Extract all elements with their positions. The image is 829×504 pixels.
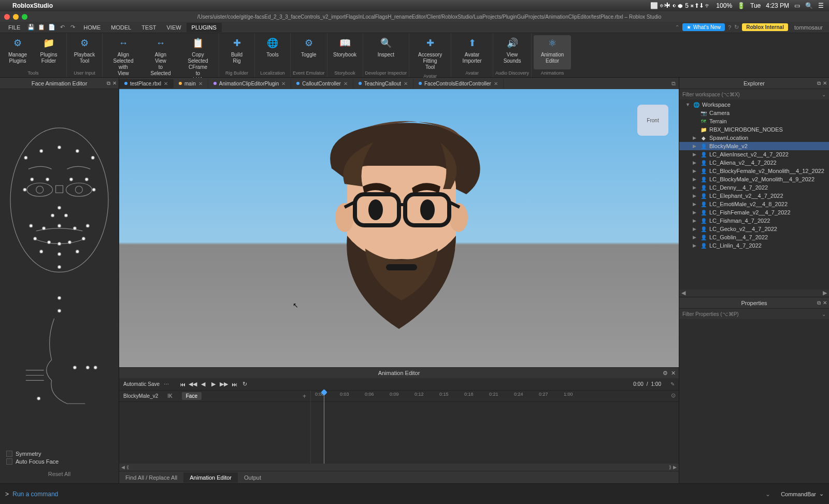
bottom-tab-find-all---replace-all[interactable]: Find All / Replace All xyxy=(119,472,183,483)
tree-item-lcblockyfemalev2monolith4122022[interactable]: ▶👤LC_BlockyFemale_v2_Monolith__4_12_2022 xyxy=(679,167,829,175)
save-icon[interactable]: 💾 xyxy=(26,23,36,32)
maximize-window-button[interactable] xyxy=(22,14,27,20)
menu-home[interactable]: HOME xyxy=(78,23,106,32)
menu-icon[interactable]: ☰ xyxy=(818,2,824,9)
tab-animationclipeditorplugin[interactable]: AnimationClipEditorPlugin✕ xyxy=(208,79,292,88)
ribbon-storybook[interactable]: 📖Storybook xyxy=(330,35,361,69)
tree-item-lcemotimalev2482022[interactable]: ▶👤LC_EmotiMale_v2__4_8_2022 xyxy=(679,200,829,208)
ribbon-animation-editor[interactable]: ⚛AnimationEditor xyxy=(534,35,571,69)
close-tab-icon[interactable]: ✕ xyxy=(164,81,168,87)
ik-tab[interactable]: IK xyxy=(163,392,176,400)
timeline-ruler[interactable]: 0:000:030:060:090:120:150:180:210:240:27… xyxy=(311,391,679,402)
explorer-undock-icon[interactable]: ⧉ xyxy=(817,80,821,87)
tree-item-lcblockymalev2monolith492022[interactable]: ▶👤LC_BlockyMale_v2_Monolith__4_9_2022 xyxy=(679,175,829,183)
close-tab-icon[interactable]: ✕ xyxy=(281,81,285,87)
ribbon-inspect[interactable]: 🔍Inspect xyxy=(370,35,402,69)
command-input[interactable]: Run a command xyxy=(12,491,58,498)
undock-icon[interactable]: ⧉ xyxy=(107,80,110,87)
time-total[interactable]: 1:00 xyxy=(651,381,661,387)
close-window-button[interactable] xyxy=(4,14,10,20)
tree-item-lcfishman472022[interactable]: ▶👤LC_Fishman_4_7_2022 xyxy=(679,217,829,225)
tab-teachingcallout[interactable]: TeachingCallout✕ xyxy=(353,79,413,88)
tree-item-lcalieninsectv2472022[interactable]: ▶👤LC_AlienInsect_v2__4_7_2022 xyxy=(679,150,829,159)
ribbon-avatar-importer[interactable]: ⬆AvatarImporter xyxy=(453,35,491,69)
tree-item-lcgeckov2472022[interactable]: ▶👤LC_Gecko_v2__4_7_2022 xyxy=(679,225,829,233)
close-tab-icon[interactable]: ✕ xyxy=(344,81,348,87)
playhead[interactable] xyxy=(324,391,324,464)
menu-view[interactable]: VIEW xyxy=(161,23,186,32)
spotlight-icon[interactable]: 🔍 xyxy=(805,2,813,9)
time-current[interactable]: 0:00 xyxy=(633,381,643,387)
auto-focus-checkbox[interactable]: Auto Focus Face xyxy=(6,458,112,465)
bottom-tab-animation-editor[interactable]: Animation Editor xyxy=(183,472,238,483)
timeline-scrollbar[interactable]: ◀ ⟪⟫ ▶ xyxy=(119,464,679,471)
tree-item-blockymalev2[interactable]: ▶👤BlockyMale_v2 xyxy=(679,142,829,150)
undo-icon[interactable]: ↶ xyxy=(58,23,67,32)
tree-item-lcdenny472022[interactable]: ▶👤LC_Denny__4_7_2022 xyxy=(679,183,829,192)
goto-start-button[interactable]: ⏮ xyxy=(178,380,187,388)
add-track-button[interactable]: + xyxy=(303,393,306,400)
timeline[interactable]: 0:000:030:060:090:120:150:180:210:240:27… xyxy=(311,391,679,464)
close-tab-icon[interactable]: ✕ xyxy=(494,81,498,87)
ribbon-playback-tool[interactable]: ⚙PlaybackTool xyxy=(69,35,100,69)
symmetry-checkbox[interactable]: Symmetry xyxy=(6,451,112,457)
menu-test[interactable]: TEST xyxy=(136,23,161,32)
goto-end-button[interactable]: ⏭ xyxy=(230,380,238,388)
redo-icon[interactable]: ↷ xyxy=(68,23,77,32)
app-name[interactable]: RobloxStudio xyxy=(12,2,53,9)
tree-item-lcfishfemalev2472022[interactable]: ▶👤LC_FishFemale_v2__4_7_2022 xyxy=(679,208,829,217)
explorer-scrollbar[interactable]: ◀▶ xyxy=(679,290,829,297)
face-diagram[interactable] xyxy=(0,89,119,445)
tree-item-workspace[interactable]: ▼🌐Workspace xyxy=(679,100,829,109)
view-cube[interactable]: Front xyxy=(637,105,668,136)
traffic-lights[interactable] xyxy=(4,14,27,20)
tree-item-rbxmicrobonenodes[interactable]: 📁RBX_MICROBONE_NODES xyxy=(679,125,829,134)
properties-filter[interactable]: Filter Properties (⌥⌘P) ⌄ xyxy=(679,309,829,319)
ribbon-accessory-fitting-tool[interactable]: ✚AccessoryFittingTool xyxy=(411,35,449,73)
play-button[interactable]: ▶ xyxy=(209,380,218,388)
timeline-settings-icon[interactable]: ⊙ xyxy=(671,392,676,399)
props-undock-icon[interactable]: ⧉ xyxy=(817,300,821,306)
loop-button[interactable]: ↻ xyxy=(240,380,249,388)
ribbon-view-sounds[interactable]: 🔊ViewSounds xyxy=(497,35,528,69)
explorer-filter[interactable]: Filter workspace (⌥⌘X) ⌄ xyxy=(679,89,829,99)
tree-item-terrain[interactable]: 🗺Terrain xyxy=(679,117,829,125)
close-tab-icon[interactable]: ✕ xyxy=(404,81,408,87)
file-menu[interactable]: FILE xyxy=(3,23,25,32)
rig-name-label[interactable]: BlockyMale_v2 xyxy=(123,393,158,399)
ribbon-plugins-folder[interactable]: 📁PluginsFolder xyxy=(33,35,64,69)
tree-item-camera[interactable]: 📷Camera xyxy=(679,109,829,117)
tree-item-spawnlocation[interactable]: ▶◆SpawnLocation xyxy=(679,134,829,142)
anim-settings-icon[interactable]: ⚙ xyxy=(663,370,668,377)
tab-calloutcontroller[interactable]: CalloutController✕ xyxy=(291,79,353,88)
prev-frame-button[interactable]: ◀◀ xyxy=(189,380,197,388)
tree-item-lcgoblin472022[interactable]: ▶👤LC_Goblin__4_7_2022 xyxy=(679,233,829,241)
next-frame-button[interactable]: ▶▶ xyxy=(220,380,228,388)
anim-close-icon[interactable]: ✕ xyxy=(671,370,676,377)
menu-model[interactable]: MODEL xyxy=(106,23,136,32)
props-close-icon[interactable]: ✕ xyxy=(823,300,827,306)
viewport-3d[interactable]: Front xyxy=(119,89,679,367)
tree-item-lcelephantv2472022[interactable]: ▶👤LC_Elephant_v2__4_7_2022 xyxy=(679,192,829,200)
tab-testplacerbxl[interactable]: testPlace.rbxl✕ xyxy=(119,79,174,88)
whats-new-button[interactable]: ★ What's New xyxy=(682,23,725,31)
face-tab[interactable]: Face xyxy=(182,392,202,400)
menu-plugins[interactable]: PLUGINS xyxy=(187,23,222,32)
username-label[interactable]: tommosaur xyxy=(791,24,826,31)
tab-facecontrolseditorcontroller[interactable]: FaceControlsEditorController✕ xyxy=(413,79,504,88)
tree-item-lclinlin472022[interactable]: ▶👤LC_Linlin_4_7_2022 xyxy=(679,241,829,250)
explorer-tree[interactable]: ▼🌐Workspace📷Camera🗺Terrain📁RBX_MICROBONE… xyxy=(679,99,829,290)
minimize-window-button[interactable] xyxy=(13,14,19,20)
close-icon[interactable]: ✕ xyxy=(112,80,117,87)
copy-icon[interactable]: 📋 xyxy=(37,23,46,32)
play-reverse-button[interactable]: ◀ xyxy=(199,380,207,388)
ribbon-manage-plugins[interactable]: ⚙ManagePlugins xyxy=(2,35,33,69)
control-center-icon[interactable]: ▭ xyxy=(794,2,800,9)
command-bar[interactable]: > Run a command ⌄ CommandBar⌄ xyxy=(0,483,829,504)
command-bar-selector[interactable]: CommandBar⌄ xyxy=(781,491,824,497)
tab-main[interactable]: main✕ xyxy=(174,79,208,88)
bottom-tab-output[interactable]: Output xyxy=(238,472,267,483)
paste-icon[interactable]: 📄 xyxy=(47,23,56,32)
help-icon[interactable]: ? xyxy=(728,24,731,31)
ribbon-tools[interactable]: 🌐Tools xyxy=(257,35,288,69)
